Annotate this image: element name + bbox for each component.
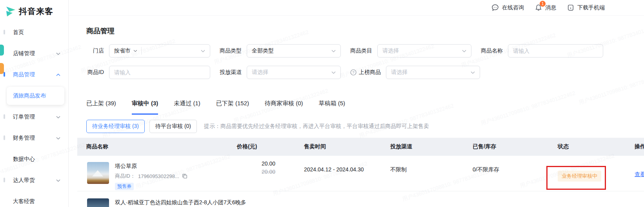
left-edge-rail: [0, 0, 5, 207]
download-app-label: 下载手机端: [577, 4, 605, 11]
sidebar: 抖音来客 首页 店铺管理 商品管理 酒旅商品发布 订单管理 财务管理: [5, 0, 69, 207]
topbar: 在线咨询 1 消息 下载手机端: [69, 0, 644, 16]
product-type-value: 全部类型: [252, 47, 274, 54]
chat-icon: [491, 4, 499, 12]
store-filter-label: 门店: [86, 47, 104, 54]
chevron-down-icon: [133, 50, 137, 52]
product-id-filter-label: 商品ID: [86, 69, 104, 76]
presale-coupon-tag: 预售券: [115, 183, 134, 190]
sidebar-item-label: 商品管理: [13, 71, 56, 78]
pending-platform-review-button[interactable]: 待平台审核 (0): [149, 120, 197, 133]
product-type-filter-label: 商品类型: [220, 47, 242, 54]
rail-tick: [4, 30, 5, 34]
page-title: 商品管理: [86, 26, 644, 36]
chevron-down-icon: [331, 71, 336, 74]
product-name-input[interactable]: [508, 44, 603, 58]
copy-icon[interactable]: [182, 173, 187, 179]
chevron-down-icon: [56, 137, 60, 140]
product-thumbnail: [87, 198, 109, 207]
table-row: 塔公草原 商品ID：1796095302298... 预售券: [77, 156, 644, 191]
sidebar-item-label: 数据中心: [13, 156, 60, 163]
view-link[interactable]: 查看: [635, 171, 644, 177]
sidebar-item-label: 订单管理: [13, 113, 56, 121]
tab-rejected[interactable]: 未通过 (1): [174, 100, 200, 115]
main-area: 在线咨询 1 消息 下载手机端 商品管理: [69, 0, 644, 207]
content: 商品管理 门店 按省市 商品类型 全部类型: [69, 16, 644, 207]
chevron-down-icon: [142, 50, 210, 52]
messages-button[interactable]: 1 消息: [535, 4, 556, 12]
product-table: 商品名称 价格(元) 售卖时间 投放渠道 已售/库存 状态 操作 塔公草原 商品…: [77, 138, 644, 207]
question-circle-icon[interactable]: ?: [350, 69, 357, 76]
rail-teal-tab: [0, 45, 4, 56]
sidebar-item-key-account[interactable]: 大客经营: [5, 191, 68, 207]
sidebar-nav: 首页 店铺管理 商品管理 酒旅商品发布 订单管理 财务管理: [5, 22, 68, 207]
mountain-shape: [92, 170, 103, 176]
sidebar-item-data-center[interactable]: 数据中心: [5, 149, 68, 170]
sidebar-item-influencer-sales[interactable]: 达人带货: [5, 170, 68, 191]
product-id-prefix: 商品ID：: [115, 173, 135, 180]
col-header-sale-time: 售卖时间: [295, 143, 381, 150]
product-cell: 双人·稻城亚丁色达四姑娘山鱼子西2-8人小团7天6晚多: [77, 191, 228, 207]
chevron-down-icon: [56, 116, 60, 119]
chevron-down-icon: [471, 71, 475, 74]
store-mode-select[interactable]: 按省市: [109, 47, 141, 54]
phone-icon: [567, 4, 575, 12]
channel-filter-label: 投放渠道: [220, 69, 242, 76]
ranked-select[interactable]: 请选择: [386, 66, 480, 79]
sidebar-item-home[interactable]: 首页: [5, 22, 68, 43]
sidebar-item-finance-management[interactable]: 财务管理: [5, 128, 68, 149]
product-name-filter-label: 商品名称: [481, 47, 503, 54]
product-cell: 塔公草原 商品ID：1796095302298... 预售券: [77, 156, 228, 191]
store-select[interactable]: 按省市: [109, 44, 210, 58]
sidebar-item-hotel-travel-product-publish[interactable]: 酒旅商品发布: [7, 87, 64, 105]
col-header-actions: 操作: [626, 143, 644, 150]
download-app-button[interactable]: 下载手机端: [567, 4, 605, 12]
ranked-placeholder: 请选择: [391, 69, 408, 76]
current-price: 20.00: [228, 160, 275, 167]
table-row: 双人·稻城亚丁色达四姑娘山鱼子西2-8人小团7天6晚多: [77, 191, 644, 207]
channel-select[interactable]: 请选择: [247, 66, 341, 79]
pending-manager-review-button[interactable]: 待业务经理审核 (3): [86, 120, 145, 133]
chevron-down-icon: [56, 52, 60, 55]
chevron-up-icon: [56, 74, 60, 76]
category-select[interactable]: 请选择: [377, 44, 471, 58]
online-service-button[interactable]: 在线咨询: [491, 4, 524, 12]
tab-off-shelf[interactable]: 已下架 (152): [216, 100, 249, 115]
rail-tick: [4, 72, 5, 77]
channel-placeholder: 请选择: [252, 69, 268, 76]
col-header-sold-stock: 已售/库存: [464, 143, 549, 150]
sidebar-item-order-management[interactable]: 订单管理: [5, 106, 68, 128]
online-service-label: 在线咨询: [502, 4, 524, 11]
tab-pending-merchant-review[interactable]: 待商家审核 (0): [265, 100, 303, 115]
price-cell: 20.00 20.00: [228, 156, 295, 191]
rail-tick: [4, 135, 5, 140]
sidebar-item-label: 店铺管理: [13, 50, 56, 57]
sidebar-item-label: 财务管理: [13, 135, 56, 142]
sidebar-item-product-management[interactable]: 商品管理: [5, 64, 68, 85]
tab-on-shelf[interactable]: 已上架 (39): [86, 100, 116, 115]
ranked-filter-label: 上榜商品: [359, 69, 381, 76]
chevron-down-icon: [56, 179, 60, 182]
chevron-down-icon: [331, 50, 336, 52]
filter-panel: 门店 按省市 商品类型 全部类型 商品类目: [86, 44, 644, 79]
col-header-channel: 投放渠道: [381, 143, 464, 150]
product-title: 双人·稻城亚丁色达四姑娘山鱼子西2-8人小团7天6晚多: [115, 198, 233, 206]
filter-row-2: 商品ID 投放渠道 请选择 ? 上榜商品 请选择: [86, 66, 644, 79]
status-tabs: 已上架 (39) 审核中 (3) 未通过 (1) 已下架 (152) 待商家审核…: [86, 100, 644, 115]
sidebar-item-store-management[interactable]: 店铺管理: [5, 43, 68, 64]
brand-name: 抖音来客: [19, 6, 53, 17]
brand-logo: 抖音来客: [5, 0, 68, 18]
sidebar-subitem-label: 酒旅商品发布: [13, 92, 46, 99]
product-type-select[interactable]: 全部类型: [247, 44, 341, 58]
tab-under-review[interactable]: 审核中 (3): [132, 100, 158, 115]
product-id-line: 商品ID：1796095302298...: [115, 173, 187, 180]
category-placeholder: 请选择: [382, 47, 399, 54]
sale-time-cell: 2024.04.12 - 2024.04.30: [295, 156, 381, 191]
table-header: 商品名称 价格(元) 售卖时间 投放渠道 已售/库存 状态 操作: [77, 138, 644, 156]
product-thumbnail: [87, 162, 109, 184]
sidebar-item-label: 达人带货: [13, 177, 56, 184]
tab-drafts[interactable]: 草稿箱 (5): [319, 100, 346, 115]
product-id-input[interactable]: [109, 66, 210, 79]
chevron-down-icon: [462, 50, 466, 52]
original-price: 20.00: [228, 169, 275, 175]
